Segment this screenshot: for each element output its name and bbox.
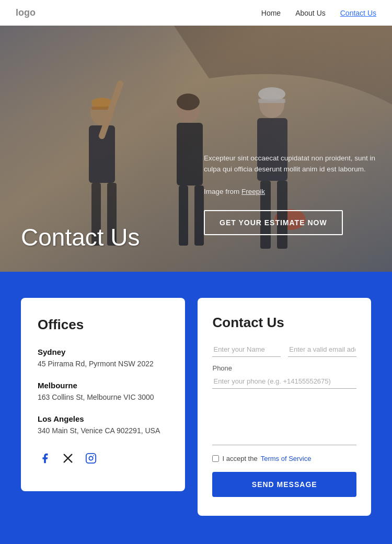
office-city-sydney: Sydney bbox=[38, 348, 168, 356]
social-icons bbox=[38, 451, 168, 466]
phone-label: Phone bbox=[212, 364, 356, 372]
office-melbourne: Melbourne 163 Collins St, Melbourne VIC … bbox=[38, 381, 168, 403]
hero-content: Contact Us Excepteur sint occaecat cupid… bbox=[0, 0, 392, 272]
hero-right: Excepteur sint occaecat cupidatat non pr… bbox=[193, 153, 376, 251]
terms-row: I accept the Terms of Service bbox=[212, 455, 356, 462]
navbar: logo Home About Us Contact Us bbox=[0, 0, 392, 26]
nav-links: Home About Us Contact Us bbox=[261, 8, 376, 18]
office-sydney: Sydney 45 Pirrama Rd, Pyrmont NSW 2022 bbox=[38, 348, 168, 369]
facebook-icon[interactable] bbox=[38, 451, 52, 466]
name-email-row bbox=[212, 342, 356, 364]
hero-description: Excepteur sint occaecat cupidatat non pr… bbox=[204, 153, 376, 198]
terms-text: I accept the bbox=[222, 455, 257, 462]
office-city-melbourne: Melbourne bbox=[38, 381, 168, 390]
freepik-link[interactable]: Freepik bbox=[241, 188, 265, 195]
office-los-angeles: Los Angeles 340 Main St, Venice CA 90229… bbox=[38, 414, 168, 436]
message-textarea[interactable] bbox=[212, 403, 356, 445]
instagram-icon[interactable] bbox=[84, 451, 98, 466]
phone-input[interactable] bbox=[212, 374, 356, 389]
logo: logo bbox=[16, 7, 36, 18]
message-group bbox=[212, 403, 356, 447]
offices-title: Offices bbox=[38, 317, 168, 333]
twitter-x-icon[interactable] bbox=[61, 451, 75, 466]
offices-card: Offices Sydney 45 Pirrama Rd, Pyrmont NS… bbox=[21, 298, 185, 491]
terms-link[interactable]: Terms of Service bbox=[261, 455, 312, 462]
name-input[interactable] bbox=[212, 342, 281, 357]
office-addr-melbourne: 163 Collins St, Melbourne VIC 3000 bbox=[38, 392, 168, 403]
email-input[interactable] bbox=[288, 342, 356, 357]
nav-home[interactable]: Home bbox=[261, 9, 281, 17]
blue-section: Offices Sydney 45 Pirrama Rd, Pyrmont NS… bbox=[0, 272, 392, 544]
phone-group: Phone bbox=[212, 364, 356, 396]
cards-row: Offices Sydney 45 Pirrama Rd, Pyrmont NS… bbox=[21, 298, 371, 516]
contact-form-title: Contact Us bbox=[212, 315, 356, 331]
hero-section: Contact Us Excepteur sint occaecat cupid… bbox=[0, 0, 392, 272]
name-field-group bbox=[212, 342, 281, 357]
nav-contact[interactable]: Contact Us bbox=[340, 9, 376, 17]
nav-about[interactable]: About Us bbox=[295, 9, 326, 17]
office-city-la: Los Angeles bbox=[38, 414, 168, 423]
svg-rect-20 bbox=[86, 454, 96, 463]
email-field-group bbox=[288, 342, 356, 357]
contact-form-card: Contact Us Phone I accept the Terms of S… bbox=[198, 298, 371, 516]
send-message-button[interactable]: SEND MESSAGE bbox=[212, 472, 356, 497]
office-addr-sydney: 45 Pirrama Rd, Pyrmont NSW 2022 bbox=[38, 358, 168, 369]
hero-left: Contact Us bbox=[21, 224, 193, 251]
office-addr-la: 340 Main St, Venice CA 902291, USA bbox=[38, 425, 168, 436]
hero-title: Contact Us bbox=[21, 224, 193, 251]
terms-checkbox[interactable] bbox=[212, 455, 219, 462]
get-estimate-button[interactable]: GET YOUR ESTIMATE NOW bbox=[204, 210, 343, 235]
